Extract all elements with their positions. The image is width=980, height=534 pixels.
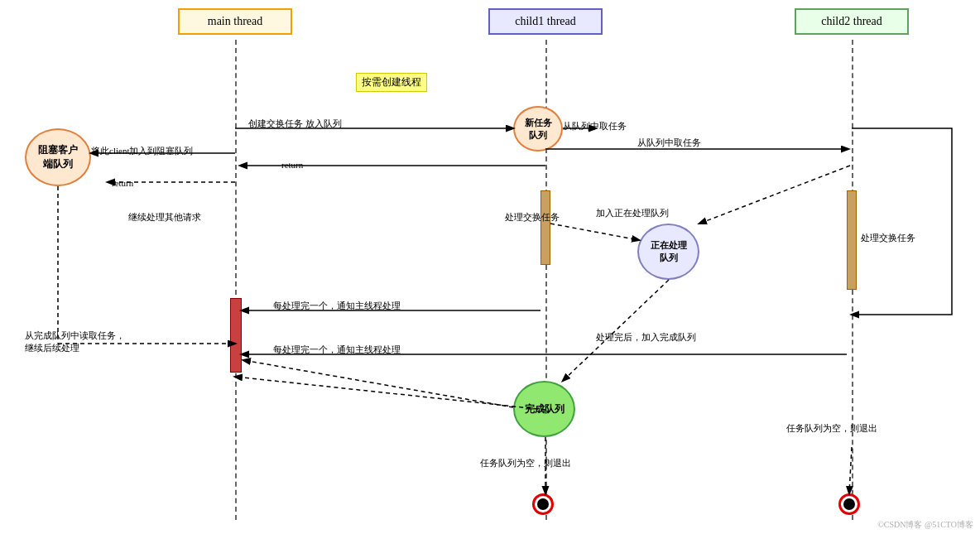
complete-queue-label: 完成队列: [525, 402, 564, 416]
svg-line-8: [699, 166, 850, 224]
thread-child1-box: child1 thread: [488, 8, 603, 35]
label-process-task2: 处理交换任务: [861, 232, 915, 244]
label-read-complete: 从完成队列中读取任务，继续后续处理: [25, 330, 125, 354]
label-add-complete: 处理完后，加入完成队列: [596, 331, 696, 344]
svg-line-10: [563, 280, 669, 381]
label-create-task: 创建交换任务 放入队列: [248, 118, 342, 130]
activation-bar-child1: [540, 190, 550, 265]
end-circle-child2: [838, 493, 860, 515]
block-client-queue-label: 阻塞客户端队列: [38, 143, 78, 171]
new-task-queue-label: 新任务队列: [525, 117, 552, 142]
label-return1: return: [281, 160, 303, 170]
label-take-queue2: 从队列中取任务: [637, 137, 701, 149]
label-notify1: 每处理完一个，通知主线程处理: [273, 300, 401, 312]
svg-line-7: [550, 224, 639, 240]
thread-child1-label: child1 thread: [515, 15, 575, 27]
thread-main-box: main thread: [178, 8, 292, 35]
label-take-queue1: 从队列中取任务: [563, 120, 627, 132]
label-exit2: 任务队列为空，则退出: [786, 422, 877, 435]
label-continue-process: 继续处理其他请求: [128, 211, 201, 224]
label-notify2: 每处理完一个，通知主线程处理: [273, 344, 401, 356]
create-thread-label: 按需创建线程: [362, 76, 421, 88]
thread-child2-label: child2 thread: [821, 15, 882, 27]
label-add-client-block: 将此client加入到阻塞队列: [91, 145, 193, 157]
create-thread-label-box: 按需创建线程: [356, 73, 427, 92]
svg-line-17: [243, 360, 513, 407]
svg-line-12: [235, 377, 545, 410]
thread-main-label: main thread: [208, 15, 262, 27]
processing-queue-node: 正在处理队列: [637, 224, 699, 280]
arrows-svg: [0, 0, 980, 534]
label-process-task1: 处理交换任务: [505, 211, 560, 224]
watermark: ©CSDN博客 @51CTO博客: [877, 519, 973, 531]
activation-bar-main: [230, 298, 242, 373]
complete-queue-node: 完成队列: [513, 381, 575, 437]
end-circle-child1: [532, 493, 554, 515]
label-exit1: 任务队列为空，则退出: [480, 457, 571, 469]
thread-child2-box: child2 thread: [795, 8, 909, 35]
processing-queue-label: 正在处理队列: [651, 239, 687, 264]
block-client-queue-node: 阻塞客户端队列: [25, 128, 91, 186]
lifeline-main: [235, 40, 237, 520]
new-task-queue-node: 新任务队列: [513, 106, 563, 152]
label-return2: return: [112, 178, 133, 188]
activation-bar-child2: [847, 190, 857, 290]
label-add-processing: 加入正在处理队列: [596, 207, 669, 219]
